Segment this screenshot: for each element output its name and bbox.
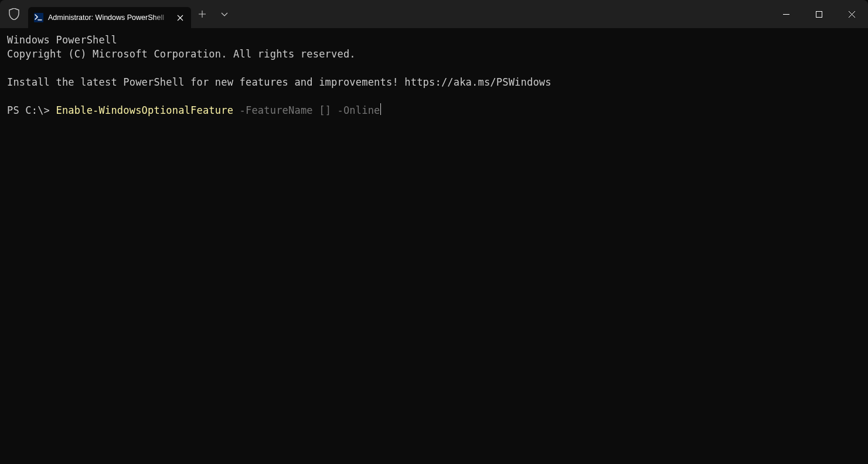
powershell-icon [34, 13, 43, 22]
tab-dropdown-button[interactable] [213, 3, 236, 25]
command-cmdlet: Enable-WindowsOptionalFeature [56, 104, 233, 116]
shield-icon [9, 8, 19, 20]
close-icon [849, 11, 855, 18]
terminal-area[interactable]: Windows PowerShell Copyright (C) Microso… [0, 28, 868, 122]
command-parameters: -FeatureName [] -Online [233, 104, 380, 116]
terminal-output-line: Install the latest PowerShell for new fe… [7, 76, 552, 88]
maximize-button[interactable] [802, 2, 835, 26]
window-controls [770, 2, 868, 26]
chevron-down-icon [221, 12, 228, 16]
close-icon [177, 15, 183, 21]
close-button[interactable] [835, 2, 868, 26]
terminal-output-line: Windows PowerShell [7, 34, 117, 46]
minimize-icon [783, 11, 789, 18]
plus-icon [199, 11, 206, 18]
svg-rect-0 [816, 11, 822, 17]
titlebar: Administrator: Windows PowerShell [0, 0, 868, 28]
tab-title: Administrator: Windows PowerShell [48, 13, 171, 22]
maximize-icon [816, 11, 822, 18]
app-icon [0, 0, 28, 28]
tab-close-button[interactable] [175, 12, 185, 23]
terminal-prompt: PS C:\> [7, 104, 56, 116]
cursor [380, 103, 382, 115]
minimize-button[interactable] [770, 2, 802, 26]
tab-powershell[interactable]: Administrator: Windows PowerShell [28, 7, 191, 28]
new-tab-button[interactable] [191, 3, 213, 25]
tab-actions [191, 0, 236, 28]
terminal-output-line: Copyright (C) Microsoft Corporation. All… [7, 48, 356, 60]
